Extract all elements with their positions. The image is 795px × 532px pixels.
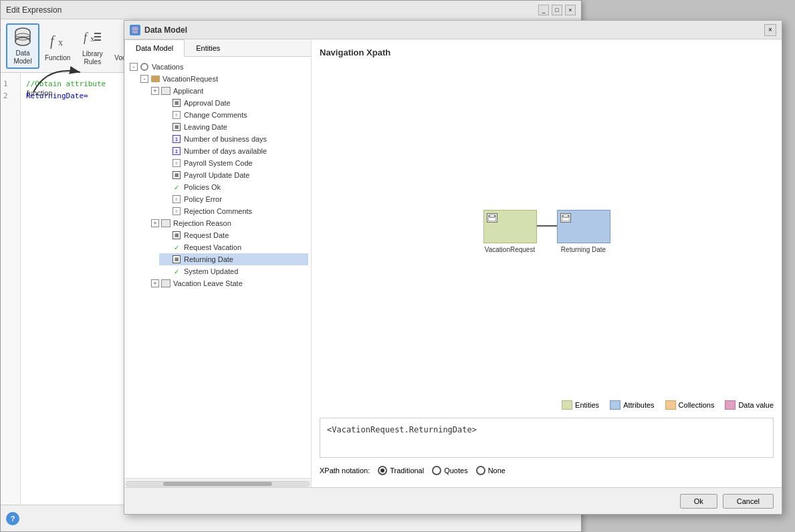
arrow-annotation: function <box>27 59 107 101</box>
dialog-buttons: Ok Cancel <box>124 487 782 514</box>
dialog-title-container: Data Model <box>130 25 187 35</box>
tree-node-days-available[interactable]: 1 Number of days available <box>159 145 308 157</box>
label-policy-error: Policy Error <box>184 195 222 203</box>
svg-text:+: + <box>21 35 23 40</box>
svg-text:x: x <box>90 33 95 43</box>
nav-returning-date-label: Returning Date <box>561 246 606 253</box>
legend-entities-label: Entities <box>575 401 599 409</box>
maximize-btn[interactable]: □ <box>552 5 562 15</box>
tree-node-vacation-request[interactable]: - VacationRequest <box>138 73 308 85</box>
legend-datavalue: Data value <box>725 400 774 410</box>
svg-text:x: x <box>58 37 63 47</box>
tree-node-returning-date[interactable]: ▦ Returning Date <box>159 253 308 265</box>
tree-node-applicant[interactable]: + Applicant <box>148 85 308 97</box>
label-rejection-reason: Rejection Reason <box>173 219 231 227</box>
icon-system-updated: ✓ <box>172 267 181 276</box>
ok-button[interactable]: Ok <box>680 494 717 509</box>
expand-rejection-reason[interactable]: + <box>151 219 159 227</box>
nav-xpath-title: Navigation Xpath <box>320 47 774 57</box>
legend: Entities Attributes Collections Data val… <box>320 395 774 415</box>
xpath-expression-text: <VacationRequest.ReturningDate> <box>327 425 477 434</box>
tree-node-rejection-reason[interactable]: + Rejection Reason <box>148 217 308 229</box>
icon-applicant <box>161 86 171 96</box>
icon-rejection-reason <box>161 219 171 228</box>
label-leaving-date: Leaving Date <box>184 123 227 131</box>
tree-node-request-date[interactable]: ▦ Request Date <box>159 229 308 241</box>
tree-node-payroll-date[interactable]: ▦ Payroll Update Date <box>159 169 308 181</box>
dialog-body: Data Model Entities - Vacations - <box>124 39 782 489</box>
nav-entity-icon <box>487 213 497 223</box>
expand-vacation-leave[interactable]: + <box>151 279 159 287</box>
nav-returning-date-node: Returning Date <box>557 210 610 253</box>
tree-node-request-vacation[interactable]: ✓ Request Vacation <box>159 241 308 253</box>
nav-diagram-area: VacationRequest <box>320 68 774 395</box>
legend-attributes-box <box>610 400 620 410</box>
dialog-tab-bar: Data Model Entities <box>124 39 311 57</box>
expand-applicant[interactable]: + <box>151 87 159 95</box>
radio-quotes[interactable]: Quotes <box>432 466 467 475</box>
radio-traditional-label: Traditional <box>390 467 424 475</box>
label-days-available: Number of days available <box>184 147 267 155</box>
data-model-icon: + <box>12 27 33 47</box>
radio-none-circle[interactable] <box>476 466 485 475</box>
tab-data-model[interactable]: Data Model <box>124 39 185 57</box>
minimize-btn[interactable]: _ <box>538 5 549 15</box>
close-btn[interactable]: × <box>565 5 576 15</box>
nav-box-entity <box>483 210 537 243</box>
dialog-title-bar: Data Model × <box>124 21 782 39</box>
radio-traditional-circle[interactable] <box>378 466 387 475</box>
label-request-vacation: Request Vacation <box>184 243 241 251</box>
label-system-updated: System Updated <box>184 267 238 275</box>
tree-node-policies-ok[interactable]: ✓ Policies Ok <box>159 181 308 193</box>
scrollbar-track[interactable] <box>126 481 310 487</box>
tree-node-business-days[interactable]: 1 Number of business days <box>159 133 308 145</box>
radio-quotes-circle[interactable] <box>432 466 441 475</box>
tree-node-system-updated[interactable]: ✓ System Updated <box>159 265 308 277</box>
tree-node-approval-date[interactable]: ▦ Approval Date <box>159 97 308 109</box>
tree-node-change-comments[interactable]: ≡ Change Comments <box>159 109 308 121</box>
legend-datavalue-label: Data value <box>738 401 774 409</box>
tree-node-policy-error[interactable]: ≡ Policy Error <box>159 193 308 205</box>
svg-text:function: function <box>27 89 53 97</box>
radio-none[interactable]: None <box>476 466 505 475</box>
scrollbar-thumb[interactable] <box>163 482 273 486</box>
dialog-close-btn[interactable]: × <box>764 24 776 36</box>
label-returning-date: Returning Date <box>184 255 233 263</box>
dialog-icon <box>130 25 140 35</box>
icon-returning-date: ▦ <box>172 255 181 264</box>
data-model-dialog: Data Model × Data Model Entities - <box>124 20 782 515</box>
help-icon[interactable]: ? <box>6 512 19 525</box>
label-vacations: Vacations <box>152 63 184 71</box>
tree-container: - Vacations - VacationRequest + <box>124 57 311 478</box>
expand-vacation-request[interactable]: - <box>140 75 148 83</box>
tree-node-vacation-leave-state[interactable]: + Vacation Leave State <box>148 277 308 289</box>
label-approval-date: Approval Date <box>184 99 231 107</box>
tree-node-payroll-code[interactable]: ≡ Payroll System Code <box>159 157 308 169</box>
radio-none-label: None <box>488 467 505 475</box>
nav-vacation-request-node: VacationRequest <box>483 210 537 253</box>
label-policies-ok: Policies Ok <box>184 183 221 191</box>
nav-connector <box>537 225 557 227</box>
title-bar-controls: _ □ × <box>538 5 576 15</box>
tree-node-vacations[interactable]: - Vacations <box>127 61 308 73</box>
label-business-days: Number of business days <box>184 135 267 143</box>
legend-collections: Collections <box>665 400 715 410</box>
radio-traditional[interactable]: Traditional <box>378 466 424 475</box>
tree-node-rejection-comments[interactable]: ≡ Rejection Comments <box>159 205 308 217</box>
label-payroll-code: Payroll System Code <box>184 159 253 167</box>
tab-entities[interactable]: Entities <box>185 39 231 56</box>
legend-entities-box <box>562 400 572 410</box>
icon-approval-date: ▦ <box>172 98 181 108</box>
tree-node-leaving-date[interactable]: ▦ Leaving Date <box>159 121 308 133</box>
main-title-bar: Edit Expression _ □ × <box>1 1 581 19</box>
expand-vacations[interactable]: - <box>130 63 138 71</box>
label-rejection-comments: Rejection Comments <box>184 207 252 215</box>
icon-vacation-leave-state <box>161 279 171 288</box>
icon-business-days: 1 <box>172 134 181 144</box>
legend-attributes: Attributes <box>610 400 654 410</box>
cancel-button[interactable]: Cancel <box>723 494 774 509</box>
svg-text:f: f <box>84 31 89 44</box>
label-vacation-leave-state: Vacation Leave State <box>173 279 243 287</box>
icon-days-available: 1 <box>172 146 181 156</box>
icon-request-date: ▦ <box>172 231 181 240</box>
